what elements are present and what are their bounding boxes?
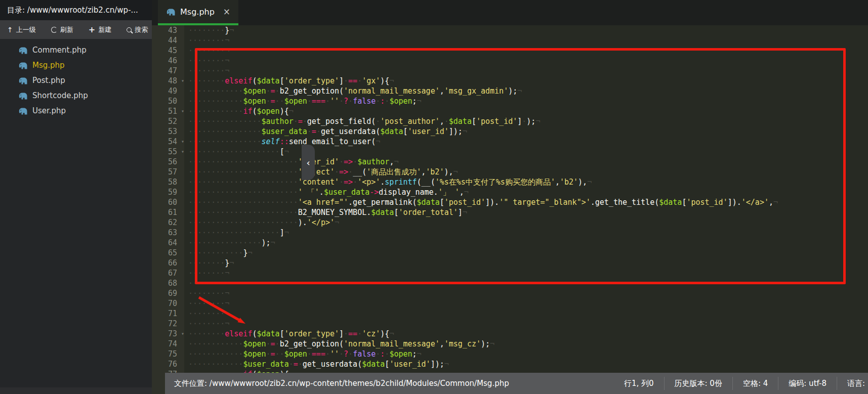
- line-number[interactable]: 58: [152, 177, 179, 187]
- fold-toggle-icon[interactable]: ▾: [179, 147, 186, 157]
- code-line-47[interactable]: 47········¬: [152, 66, 868, 76]
- code-line-51[interactable]: 51▾············if($open){¬: [152, 106, 868, 116]
- code-token: ················: [188, 117, 262, 126]
- line-number[interactable]: 60: [152, 197, 179, 207]
- fold-toggle-icon[interactable]: ▾: [179, 106, 186, 116]
- line-number[interactable]: 56: [152, 157, 179, 167]
- line-number[interactable]: 64: [152, 238, 179, 248]
- code-line-54[interactable]: 54▾················self::send_email_to_u…: [152, 137, 868, 147]
- code-line-62[interactable]: 62························).'</p>'¬: [152, 217, 868, 228]
- code-line-69[interactable]: 69········¬: [152, 288, 868, 298]
- line-number[interactable]: 54: [152, 137, 179, 147]
- code-line-64[interactable]: 64················);¬: [152, 238, 868, 248]
- line-number[interactable]: 57: [152, 167, 179, 177]
- code-token: .: [319, 188, 324, 197]
- code-line-73[interactable]: 73▾········elseif($data['order_type']·==…: [152, 329, 868, 339]
- code-line-48[interactable]: 48▾········elseif($data['order_type']·==…: [152, 76, 868, 86]
- tab-title: Msg.php: [180, 7, 215, 17]
- fold-toggle-icon[interactable]: ▾: [179, 76, 186, 86]
- line-number[interactable]: 44: [152, 35, 179, 46]
- php-file-icon: [166, 8, 176, 16]
- up-level-button[interactable]: 上一级: [7, 25, 36, 34]
- line-number[interactable]: 73: [152, 329, 179, 339]
- fold-toggle-icon[interactable]: ▾: [179, 137, 186, 147]
- code-line-70[interactable]: 70········¬: [152, 298, 868, 309]
- line-number[interactable]: 75: [152, 349, 179, 359]
- code-line-60[interactable]: 60························'<a href="'.ge…: [152, 197, 868, 207]
- code-token: 'order_total': [398, 208, 458, 217]
- code-line-45[interactable]: 45········¬: [152, 46, 868, 56]
- code-line-56[interactable]: 56························'user_id'·=>·$…: [152, 157, 868, 167]
- code-line-44[interactable]: 44········¬: [152, 35, 868, 46]
- line-number[interactable]: 62: [152, 217, 179, 228]
- code-token: ,: [460, 188, 464, 197]
- code-line-74[interactable]: 74············$open·=·b2_get_option('nor…: [152, 339, 868, 349]
- tab-close-icon[interactable]: ×: [223, 8, 230, 16]
- code-token: __(: [353, 167, 366, 177]
- file-item-user-php[interactable]: User.php: [0, 103, 152, 118]
- code-line-58[interactable]: 58························'content'·=>·'…: [152, 177, 868, 187]
- refresh-button[interactable]: 刷新: [51, 25, 73, 34]
- code-line-63[interactable]: 63····················]¬: [152, 228, 868, 238]
- code-line-68[interactable]: 68········¬: [152, 278, 868, 288]
- file-item-shortcode-php[interactable]: Shortcode.php: [0, 88, 152, 103]
- line-number[interactable]: 69: [152, 288, 179, 298]
- code-line-53[interactable]: 53················$user_data·=·get_userd…: [152, 126, 868, 137]
- code-line-66[interactable]: 66········}¬: [152, 258, 868, 268]
- code-line-72[interactable]: 72········¬: [152, 319, 868, 329]
- code-line-65[interactable]: 65············}¬: [152, 248, 868, 258]
- code-line-75[interactable]: 75············$open·=··$open·===·''·?·fa…: [152, 349, 868, 359]
- code-line-50[interactable]: 50············$open·=··$open·===·''·?·fa…: [152, 96, 868, 106]
- line-number[interactable]: 65: [152, 248, 179, 258]
- line-number[interactable]: 63: [152, 228, 179, 238]
- code-lines[interactable]: 43········}¬44········¬45········¬46····…: [152, 25, 868, 379]
- code-line-46[interactable]: 46········¬: [152, 56, 868, 66]
- line-number[interactable]: 68: [152, 278, 179, 288]
- fold-toggle-icon[interactable]: ▾: [179, 329, 186, 339]
- code-line-61[interactable]: 61························B2_MONEY_SYMBO…: [152, 207, 868, 217]
- new-file-button[interactable]: 新建: [89, 25, 111, 34]
- code-line-76[interactable]: 76············$user_data·=·get_userdata(…: [152, 359, 868, 369]
- code-line-55[interactable]: 55▾····················[¬: [152, 147, 868, 157]
- line-number[interactable]: 61: [152, 207, 179, 217]
- code-token: ························: [188, 208, 298, 217]
- code-line-59[interactable]: 59························' 「'.$user_dat…: [152, 187, 868, 197]
- line-number[interactable]: 48: [152, 76, 179, 86]
- code-line-71[interactable]: 71········¬: [152, 309, 868, 319]
- line-number[interactable]: 71: [152, 309, 179, 319]
- code-line-57[interactable]: 57························'object'·=>·__…: [152, 167, 868, 177]
- tab-msg-php[interactable]: Msg.php ×: [158, 0, 238, 25]
- line-number[interactable]: 47: [152, 66, 179, 76]
- code-line-52[interactable]: 52················$author·=·get_post_fie…: [152, 116, 868, 126]
- code-token: ' 「': [298, 188, 319, 197]
- line-number[interactable]: 49: [152, 86, 179, 96]
- code-token: ·: [376, 349, 380, 359]
- line-number[interactable]: 52: [152, 116, 179, 126]
- sidebar-collapse-handle[interactable]: ‹: [302, 145, 315, 180]
- line-number[interactable]: 53: [152, 126, 179, 137]
- code-text: ························B2_MONEY_SYMBOL.…: [186, 207, 467, 217]
- line-number[interactable]: 70: [152, 298, 179, 309]
- code-line-43[interactable]: 43········}¬: [152, 25, 868, 35]
- line-number[interactable]: 66: [152, 258, 179, 268]
- line-number[interactable]: 72: [152, 319, 179, 329]
- code-token: ¬: [225, 46, 229, 55]
- line-number[interactable]: 50: [152, 96, 179, 106]
- file-item-post-php[interactable]: Post.php: [0, 73, 152, 88]
- code-line-49[interactable]: 49············$open·=·b2_get_option('nor…: [152, 86, 868, 96]
- line-number[interactable]: 74: [152, 339, 179, 349]
- line-number[interactable]: 59: [152, 187, 179, 197]
- line-number[interactable]: 55: [152, 147, 179, 157]
- line-number[interactable]: 76: [152, 359, 179, 369]
- search-button[interactable]: 搜索: [127, 25, 148, 34]
- line-number[interactable]: 43: [152, 25, 179, 35]
- php-file-icon: [18, 77, 28, 84]
- line-number[interactable]: 45: [152, 46, 179, 56]
- file-item-msg-php[interactable]: Msg.php: [0, 58, 152, 73]
- code-token: ·: [357, 329, 362, 338]
- line-number[interactable]: 46: [152, 56, 179, 66]
- line-number[interactable]: 67: [152, 268, 179, 278]
- line-number[interactable]: 51: [152, 106, 179, 116]
- file-item-comment-php[interactable]: Comment.php: [0, 42, 152, 58]
- code-line-67[interactable]: 67········¬: [152, 268, 868, 278]
